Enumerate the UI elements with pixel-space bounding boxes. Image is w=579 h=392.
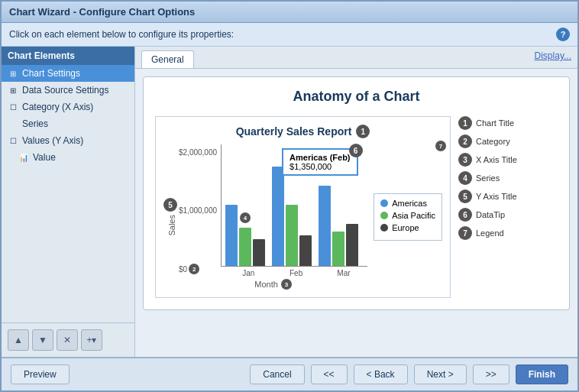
sidebar-item-data-source-label: Data Source Settings: [22, 85, 108, 96]
y-axis-container: 5 Sales: [163, 144, 177, 290]
next-arrow-button[interactable]: >>: [473, 364, 509, 384]
annotation-label-6: DataTip: [476, 210, 505, 219]
annotation-label-5: Y Axis Title: [476, 192, 517, 201]
cancel-button[interactable]: Cancel: [250, 364, 304, 384]
right-panel: General Display... Anatomy of a Chart: [135, 47, 577, 357]
bar-americas-mar: [319, 186, 331, 266]
badge-4[interactable]: 4: [240, 212, 251, 223]
legend-item-americas: Americas: [380, 199, 435, 208]
annotation-1: 1 Chart Title: [458, 116, 558, 130]
legend-label-asiapacific: Asia Pacific: [392, 211, 435, 220]
title-bar: Chart Wizard - Configure Chart Options: [2, 2, 577, 23]
badge-2[interactable]: 2: [189, 264, 199, 274]
chart-title-area: Quarterly Sales Report 1: [163, 125, 442, 138]
value-icon: 📊: [18, 152, 29, 163]
legend-label-americas: Americas: [392, 199, 427, 208]
badge-7-chart[interactable]: 7: [435, 141, 446, 151]
data-source-icon: ⊞: [8, 85, 18, 96]
anatomy-inner: Quarterly Sales Report 1 5 Sales: [155, 116, 558, 298]
chart-body: 5 Sales $2,000,000 $1,000: [163, 144, 442, 290]
chart-plot: $2,000,000 $1,000,000 $0 2: [179, 144, 367, 277]
annotation-label-4: Series: [476, 173, 500, 183]
display-link[interactable]: Display...: [535, 50, 571, 65]
x-label-mar: Mar: [320, 269, 367, 277]
bar-europe-jan: [253, 239, 265, 266]
badge-1[interactable]: 1: [356, 125, 370, 138]
tab-bar: General Display...: [135, 47, 577, 69]
x-axis-title: Month 3: [179, 279, 367, 290]
bar-asiapacific-feb: [286, 205, 298, 266]
annotation-badge-3[interactable]: 3: [458, 153, 472, 167]
chart-title-text: Quarterly Sales Report: [236, 125, 352, 138]
sidebar-item-data-source[interactable]: ⊞ Data Source Settings: [2, 82, 134, 99]
tab-general-label: General: [151, 54, 184, 65]
preview-button[interactable]: Preview: [11, 364, 70, 384]
x-label-feb: Feb: [272, 269, 319, 277]
annotation-badge-1[interactable]: 1: [458, 116, 472, 130]
category-icon: ☐: [8, 102, 18, 112]
move-down-button[interactable]: ▼: [32, 329, 53, 351]
window-title: Chart Wizard - Configure Chart Options: [9, 6, 195, 18]
annotation-7: 7 Legend: [458, 226, 558, 240]
delete-button[interactable]: ✕: [57, 329, 78, 351]
legend-label-europe: Europe: [392, 223, 419, 232]
main-window: Chart Wizard - Configure Chart Options C…: [0, 0, 579, 392]
sidebar-bottom: ▲ ▼ ✕ +▾: [2, 322, 134, 357]
legend-item-asiapacific: Asia Pacific: [380, 211, 435, 220]
legend-item-europe: Europe: [380, 223, 435, 232]
chart-legend: 7 Americas Asia Pacific: [374, 144, 442, 290]
y-axis-label: Sales: [164, 215, 176, 236]
panel-content: Anatomy of a Chart Quarterly Sales Repor…: [135, 69, 577, 357]
datatip-title: Americas (Feb): [290, 153, 350, 162]
tab-general[interactable]: General: [141, 50, 194, 68]
move-up-button[interactable]: ▲: [8, 329, 29, 351]
annotation-3: 3 X Axis Title: [458, 153, 558, 167]
annotation-badge-4[interactable]: 4: [458, 171, 472, 185]
anatomy-title: Anatomy of a Chart: [155, 89, 558, 105]
next-button[interactable]: Next >: [414, 364, 467, 384]
back-arrow-button[interactable]: <<: [311, 364, 348, 384]
annotation-2: 2 Category: [458, 134, 558, 148]
annotation-label-2: Category: [476, 137, 510, 146]
badge-3[interactable]: 3: [281, 279, 292, 290]
anatomy-box: Anatomy of a Chart Quarterly Sales Repor…: [143, 76, 570, 310]
series-icon: [8, 118, 18, 129]
sidebar-item-chart-settings-label: Chart Settings: [22, 68, 80, 79]
badge-5[interactable]: 5: [163, 198, 177, 212]
annotation-badge-2[interactable]: 2: [458, 134, 472, 148]
x-axis-label: Month: [254, 280, 278, 289]
bar-asiapacific-mar: [332, 232, 344, 266]
badge-6[interactable]: 6: [349, 144, 363, 157]
bar-europe-mar: [346, 224, 358, 266]
sidebar-item-value[interactable]: 📊 Value: [2, 149, 134, 166]
sidebar-item-values[interactable]: ☐ Values (Y Axis): [2, 132, 134, 149]
sidebar-item-value-label: Value: [33, 152, 56, 163]
bar-americas-feb: [272, 167, 284, 266]
chart-settings-icon: ⊞: [8, 68, 18, 79]
finish-button[interactable]: Finish: [516, 364, 568, 384]
chart-area: Quarterly Sales Report 1 5 Sales: [155, 116, 451, 298]
sidebar: Chart Elements ⊞ Chart Settings ⊞ Data S…: [2, 47, 135, 357]
bar-americas-jan: [225, 205, 238, 266]
help-icon[interactable]: ?: [556, 28, 570, 41]
datatip-value: $1,350,000: [290, 162, 350, 171]
instruction-bar: Click on each element below to configure…: [2, 23, 577, 47]
add-button[interactable]: +▾: [81, 329, 102, 351]
y-tick-2m: $2,000,000: [179, 148, 217, 157]
sidebar-item-series[interactable]: Series: [2, 115, 134, 132]
sidebar-item-category[interactable]: ☐ Category (X Axis): [2, 99, 134, 115]
sidebar-item-chart-settings[interactable]: ⊞ Chart Settings: [2, 65, 134, 82]
annotations-panel: 1 Chart Title 2 Category 3 X Axis Title: [458, 116, 558, 298]
bar-europe-feb: [299, 235, 312, 266]
sidebar-item-series-label: Series: [22, 118, 48, 129]
sidebar-header: Chart Elements: [2, 47, 134, 65]
back-button[interactable]: < Back: [354, 364, 408, 384]
annotation-badge-7[interactable]: 7: [458, 226, 472, 240]
annotation-badge-6[interactable]: 6: [458, 208, 472, 222]
annotation-badge-5[interactable]: 5: [458, 190, 472, 203]
y-tick-1m: $1,000,000: [179, 206, 217, 215]
bar-group-mar: [319, 186, 364, 266]
europe-dot: [380, 224, 388, 232]
chart-main: $2,000,000 $1,000,000 $0 2: [179, 144, 367, 290]
bar-group-feb: [272, 167, 317, 266]
